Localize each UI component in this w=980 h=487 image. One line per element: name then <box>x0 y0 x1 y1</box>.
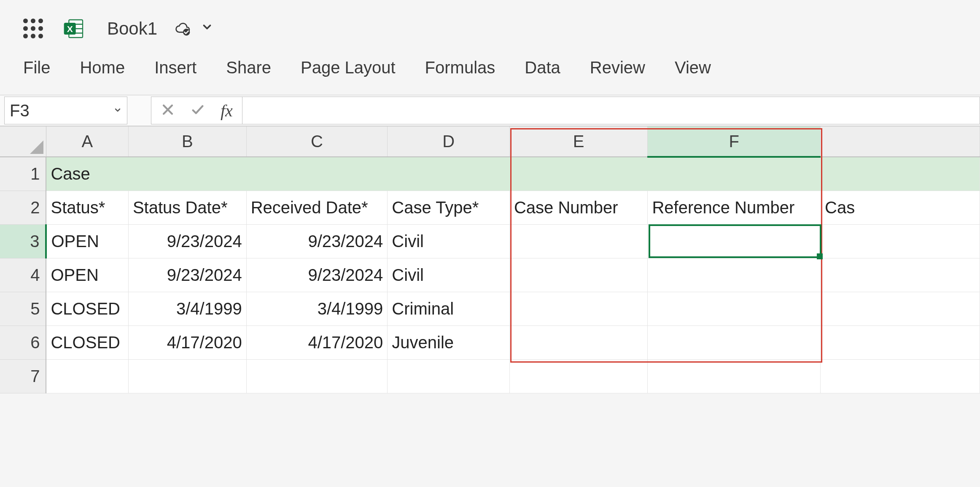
cell-B6[interactable]: 4/17/2020 <box>128 326 246 359</box>
spreadsheet-grid[interactable]: A B C D E F 1 Case 2 Status* Status Date… <box>0 126 980 393</box>
cell-E7[interactable] <box>509 359 648 393</box>
column-header-F[interactable]: F <box>648 126 821 157</box>
column-header-B[interactable]: B <box>128 126 246 157</box>
cell-F3[interactable] <box>648 224 821 258</box>
cell-D4[interactable]: Civil <box>388 258 510 292</box>
column-header-D[interactable]: D <box>388 126 510 157</box>
cell-A7[interactable] <box>46 359 128 393</box>
cell-D2[interactable]: Case Type* <box>388 191 510 224</box>
cell-E4[interactable] <box>509 258 648 292</box>
row-header-5[interactable]: 5 <box>0 292 46 326</box>
cell-G7[interactable] <box>821 359 980 393</box>
cell-F5[interactable] <box>648 292 821 326</box>
tab-review[interactable]: Review <box>590 58 645 77</box>
name-box[interactable]: F3 <box>4 97 127 124</box>
formula-input[interactable] <box>242 97 980 124</box>
tab-view[interactable]: View <box>675 58 711 77</box>
cell-B7[interactable] <box>128 359 246 393</box>
app-launcher-icon[interactable] <box>23 19 43 38</box>
cell-F2[interactable]: Reference Number <box>648 191 821 224</box>
row-header-6[interactable]: 6 <box>0 326 46 359</box>
select-all-corner[interactable] <box>0 126 46 157</box>
cell-A4[interactable]: OPEN <box>46 258 128 292</box>
cell-E6[interactable] <box>509 326 648 359</box>
tab-page-layout[interactable]: Page Layout <box>301 58 396 77</box>
ribbon-tabs: File Home Insert Share Page Layout Formu… <box>0 57 980 95</box>
row-header-7[interactable]: 7 <box>0 359 46 393</box>
cell-G4[interactable] <box>821 258 980 292</box>
cell-B2[interactable]: Status Date* <box>128 191 246 224</box>
enter-icon[interactable] <box>189 100 206 121</box>
cell-E5[interactable] <box>509 292 648 326</box>
cell-B3[interactable]: 9/23/2024 <box>128 224 246 258</box>
cell-F4[interactable] <box>648 258 821 292</box>
cell-D6[interactable]: Juvenile <box>388 326 510 359</box>
cell-C4[interactable]: 9/23/2024 <box>246 258 388 292</box>
cell-C3[interactable]: 9/23/2024 <box>246 224 388 258</box>
tab-insert[interactable]: Insert <box>154 58 197 77</box>
chevron-down-icon[interactable] <box>113 104 122 117</box>
fx-icon[interactable]: fx <box>221 101 233 121</box>
row-header-4[interactable]: 4 <box>0 258 46 292</box>
cloud-sync-icon[interactable] <box>173 19 191 38</box>
cell-A1[interactable]: Case <box>46 157 980 191</box>
cell-G2[interactable]: Cas <box>821 191 980 224</box>
cell-F6[interactable] <box>648 326 821 359</box>
cell-A3[interactable]: OPEN <box>46 224 128 258</box>
cell-D7[interactable] <box>388 359 510 393</box>
cell-E3[interactable] <box>509 224 648 258</box>
row-header-1[interactable]: 1 <box>0 157 46 191</box>
cell-G5[interactable] <box>821 292 980 326</box>
excel-icon: X <box>62 17 86 40</box>
cell-C7[interactable] <box>246 359 388 393</box>
column-header-A[interactable]: A <box>46 126 128 157</box>
column-header-E[interactable]: E <box>509 126 648 157</box>
formula-buttons: fx <box>151 97 242 124</box>
title-bar: X Book1 <box>0 0 980 57</box>
column-header-G[interactable] <box>821 126 980 157</box>
svg-text:X: X <box>67 24 73 34</box>
cell-D3[interactable]: Civil <box>388 224 510 258</box>
row-header-3[interactable]: 3 <box>0 224 46 258</box>
document-title[interactable]: Book1 <box>107 19 157 39</box>
cancel-icon[interactable] <box>161 100 175 121</box>
cell-A2[interactable]: Status* <box>46 191 128 224</box>
tab-formulas[interactable]: Formulas <box>425 58 495 77</box>
cell-G6[interactable] <box>821 326 980 359</box>
tab-share[interactable]: Share <box>226 58 271 77</box>
cell-F7[interactable] <box>648 359 821 393</box>
name-box-value: F3 <box>10 101 30 120</box>
cell-G3[interactable] <box>821 224 980 258</box>
cell-C2[interactable]: Received Date* <box>246 191 388 224</box>
cell-E2[interactable]: Case Number <box>509 191 648 224</box>
tab-data[interactable]: Data <box>525 58 560 77</box>
cell-C6[interactable]: 4/17/2020 <box>246 326 388 359</box>
cell-C5[interactable]: 3/4/1999 <box>246 292 388 326</box>
cell-B5[interactable]: 3/4/1999 <box>128 292 246 326</box>
cell-B4[interactable]: 9/23/2024 <box>128 258 246 292</box>
tab-home[interactable]: Home <box>80 58 125 77</box>
column-header-C[interactable]: C <box>246 126 388 157</box>
tab-file[interactable]: File <box>23 58 50 77</box>
row-header-2[interactable]: 2 <box>0 191 46 224</box>
cell-D5[interactable]: Criminal <box>388 292 510 326</box>
chevron-down-icon[interactable] <box>201 20 213 37</box>
cell-A6[interactable]: CLOSED <box>46 326 128 359</box>
formula-bar: F3 fx <box>0 95 980 126</box>
cell-A5[interactable]: CLOSED <box>46 292 128 326</box>
